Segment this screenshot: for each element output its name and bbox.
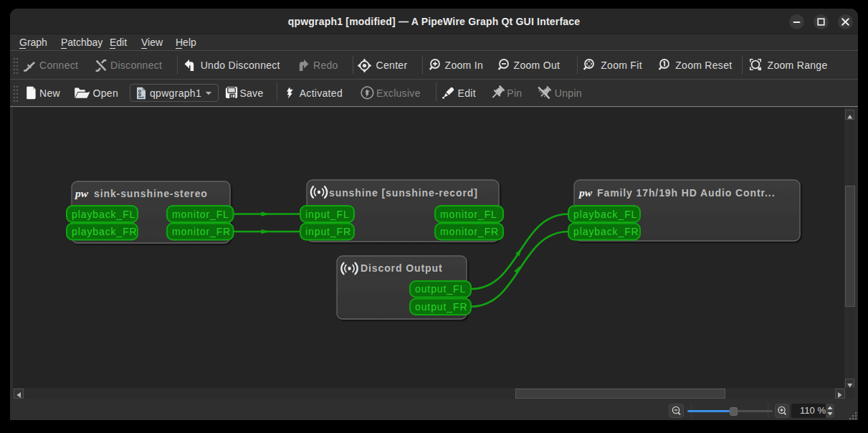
svg-text:Family 17h/19h HD Audio Contr.: Family 17h/19h HD Audio Contr... [597,187,775,199]
svg-text:monitor_FL: monitor_FL [172,209,229,220]
svg-text:sunshine [sunshine-record]: sunshine [sunshine-record] [329,187,478,199]
svg-text:sink-sunshine-stereo: sink-sunshine-stereo [94,188,208,199]
svg-text:pw: pw [74,187,89,199]
svg-text:output_FR: output_FR [415,301,467,313]
svg-text:playback_FR: playback_FR [573,226,639,237]
svg-text:playback_FR: playback_FR [72,226,138,237]
svg-text:input_FL: input_FL [305,209,350,220]
svg-text:monitor_FR: monitor_FR [172,226,231,237]
svg-text:input_FR: input_FR [305,226,351,237]
svg-text:playback_FL: playback_FL [573,209,637,220]
svg-text:Discord Output: Discord Output [361,262,442,274]
svg-text:monitor_FR: monitor_FR [440,226,499,237]
svg-text:monitor_FL: monitor_FL [440,209,497,220]
svg-text:output_FL: output_FL [415,283,466,295]
svg-text:playback_FL: playback_FL [72,209,135,220]
svg-text:pw: pw [578,186,593,199]
